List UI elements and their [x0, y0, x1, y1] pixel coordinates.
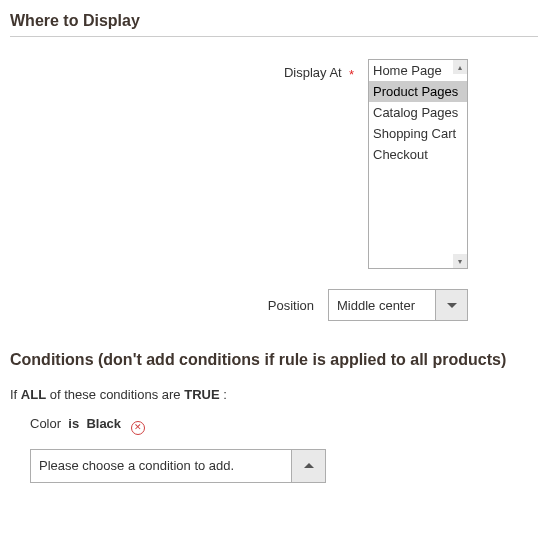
- position-select[interactable]: Middle center: [328, 289, 468, 321]
- scroll-down-icon[interactable]: ▾: [453, 254, 467, 268]
- delete-rule-button[interactable]: ✕: [131, 421, 145, 435]
- field-display-at: Display At * ▴ Home PageProduct PagesCat…: [10, 59, 538, 269]
- intro-p3: :: [223, 387, 227, 402]
- listbox-option[interactable]: Catalog Pages: [369, 102, 467, 123]
- label-display-at: Display At *: [284, 59, 354, 82]
- listbox-option[interactable]: Product Pages: [369, 81, 467, 102]
- close-x-icon: ✕: [134, 423, 142, 432]
- label-position: Position: [268, 298, 314, 313]
- chevron-down-icon: [447, 303, 457, 308]
- display-at-listbox[interactable]: ▴ Home PageProduct PagesCatalog PagesSho…: [368, 59, 468, 269]
- label-display-at-text: Display At: [284, 65, 342, 80]
- scroll-up-icon[interactable]: ▴: [453, 60, 467, 74]
- intro-p1: If: [10, 387, 17, 402]
- position-select-button[interactable]: [435, 290, 467, 320]
- add-condition-placeholder: Please choose a condition to add.: [31, 450, 291, 482]
- field-position: Position Middle center: [10, 289, 538, 321]
- position-select-value: Middle center: [329, 290, 435, 320]
- rule-attribute[interactable]: Color: [30, 416, 61, 431]
- chevron-up-icon: [304, 463, 314, 468]
- divider: [10, 36, 538, 37]
- add-condition-select[interactable]: Please choose a condition to add.: [30, 449, 326, 483]
- intro-all[interactable]: ALL: [21, 387, 46, 402]
- listbox-option[interactable]: Checkout: [369, 144, 467, 165]
- intro-true[interactable]: TRUE: [184, 387, 219, 402]
- intro-p2: of these conditions are: [50, 387, 181, 402]
- section-title-conditions: Conditions (don't add conditions if rule…: [10, 351, 538, 369]
- conditions-intro: If ALL of these conditions are TRUE :: [10, 387, 538, 402]
- rule-value[interactable]: Black: [86, 416, 121, 431]
- section-title-display: Where to Display: [10, 12, 538, 30]
- required-asterisk: *: [349, 67, 354, 82]
- condition-rule: Color is Black ✕: [30, 416, 538, 435]
- listbox-option[interactable]: Shopping Cart: [369, 123, 467, 144]
- rule-operator[interactable]: is: [68, 416, 79, 431]
- add-condition-button[interactable]: [291, 450, 325, 482]
